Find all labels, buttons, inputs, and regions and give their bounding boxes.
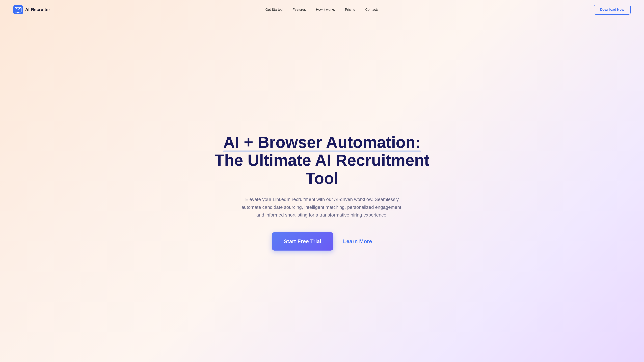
- nav-get-started[interactable]: Get Started: [265, 8, 282, 11]
- navbar: AI-Recruiter Get Started Features How it…: [0, 0, 644, 19]
- download-now-button[interactable]: Download Now: [594, 5, 630, 14]
- nav-how-it-works[interactable]: How it works: [316, 8, 335, 11]
- logo-link[interactable]: AI-Recruiter: [14, 5, 50, 14]
- hero-title-part2: The Ultimate AI Recruitment Tool: [214, 151, 430, 187]
- brand-name: AI-Recruiter: [25, 7, 50, 12]
- nav-contacts[interactable]: Contacts: [365, 8, 378, 11]
- hero-buttons: Start Free Trial Learn More: [272, 232, 372, 251]
- hero-subtitle: Elevate your LinkedIn recruitment with o…: [240, 196, 404, 219]
- logo-icon: [14, 5, 23, 14]
- start-free-trial-button[interactable]: Start Free Trial: [272, 232, 333, 251]
- nav-links: Get Started Features How it works Pricin…: [265, 8, 378, 11]
- hero-title-part1: AI + Browser Automation:: [223, 133, 421, 151]
- nav-pricing[interactable]: Pricing: [345, 8, 355, 11]
- learn-more-button[interactable]: Learn More: [343, 238, 372, 245]
- hero-section: AI + Browser Automation: The Ultimate AI…: [0, 19, 644, 361]
- nav-features[interactable]: Features: [293, 8, 306, 11]
- hero-title: AI + Browser Automation: The Ultimate AI…: [204, 133, 440, 187]
